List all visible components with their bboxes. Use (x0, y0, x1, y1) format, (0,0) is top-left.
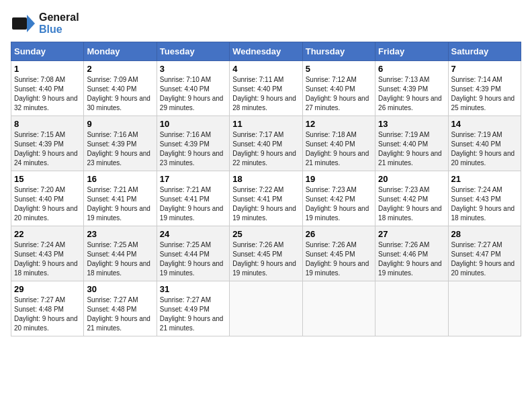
day-info: Sunrise: 7:27 AMSunset: 4:48 PMDaylight:… (87, 296, 150, 332)
day-number: 3 (160, 64, 226, 74)
day-number: 29 (14, 284, 81, 294)
dow-header: Tuesday (157, 42, 229, 61)
calendar-cell: 9Sunrise: 7:16 AMSunset: 4:39 PMDaylight… (84, 116, 157, 171)
day-info: Sunrise: 7:16 AMSunset: 4:39 PMDaylight:… (87, 131, 150, 167)
day-number: 30 (87, 284, 153, 294)
calendar-cell: 10Sunrise: 7:16 AMSunset: 4:39 PMDayligh… (157, 116, 229, 171)
day-info: Sunrise: 7:10 AMSunset: 4:40 PMDaylight:… (160, 76, 224, 111)
day-number: 18 (232, 174, 299, 184)
day-info: Sunrise: 7:12 AMSunset: 4:40 PMDaylight:… (306, 76, 369, 111)
day-number: 15 (14, 174, 81, 184)
calendar-cell: 19Sunrise: 7:23 AMSunset: 4:42 PMDayligh… (302, 171, 375, 226)
day-info: Sunrise: 7:23 AMSunset: 4:42 PMDaylight:… (306, 186, 369, 222)
calendar-cell: 20Sunrise: 7:23 AMSunset: 4:42 PMDayligh… (375, 171, 448, 226)
day-info: Sunrise: 7:27 AMSunset: 4:47 PMDaylight:… (451, 241, 515, 277)
day-info: Sunrise: 7:25 AMSunset: 4:44 PMDaylight:… (160, 241, 224, 277)
calendar-cell (230, 281, 302, 336)
calendar-cell: 18Sunrise: 7:22 AMSunset: 4:41 PMDayligh… (230, 171, 302, 226)
day-number: 19 (306, 174, 372, 184)
calendar-cell (375, 281, 448, 336)
logo: General Blue (11, 11, 79, 36)
day-info: Sunrise: 7:13 AMSunset: 4:39 PMDaylight:… (378, 76, 442, 111)
day-number: 23 (87, 229, 153, 239)
calendar-cell: 5Sunrise: 7:12 AMSunset: 4:40 PMDaylight… (302, 61, 375, 116)
calendar-cell (302, 281, 375, 336)
day-number: 20 (378, 174, 445, 184)
day-number: 10 (160, 119, 226, 129)
calendar-cell: 25Sunrise: 7:26 AMSunset: 4:45 PMDayligh… (230, 226, 302, 281)
day-info: Sunrise: 7:16 AMSunset: 4:39 PMDaylight:… (160, 131, 224, 167)
day-number: 24 (160, 229, 226, 239)
calendar-table: SundayMondayTuesdayWednesdayThursdayFrid… (11, 42, 521, 336)
dow-header: Wednesday (230, 42, 302, 61)
calendar-cell: 29Sunrise: 7:27 AMSunset: 4:48 PMDayligh… (11, 281, 84, 336)
day-info: Sunrise: 7:09 AMSunset: 4:40 PMDaylight:… (87, 76, 150, 111)
day-number: 26 (306, 229, 372, 239)
dow-header: Friday (375, 42, 448, 61)
svg-rect-0 (12, 17, 27, 30)
day-number: 28 (451, 229, 518, 239)
day-info: Sunrise: 7:27 AMSunset: 4:49 PMDaylight:… (160, 296, 224, 332)
day-info: Sunrise: 7:11 AMSunset: 4:40 PMDaylight:… (232, 76, 296, 111)
day-number: 9 (87, 119, 153, 129)
dow-header: Saturday (448, 42, 521, 61)
day-info: Sunrise: 7:20 AMSunset: 4:40 PMDaylight:… (14, 186, 78, 222)
day-info: Sunrise: 7:21 AMSunset: 4:41 PMDaylight:… (160, 186, 224, 222)
logo-line1: General (39, 11, 79, 24)
day-number: 27 (378, 229, 445, 239)
calendar-cell: 3Sunrise: 7:10 AMSunset: 4:40 PMDaylight… (157, 61, 229, 116)
day-number: 31 (160, 284, 226, 294)
calendar-cell: 12Sunrise: 7:18 AMSunset: 4:40 PMDayligh… (302, 116, 375, 171)
calendar-cell: 2Sunrise: 7:09 AMSunset: 4:40 PMDaylight… (84, 61, 157, 116)
day-info: Sunrise: 7:26 AMSunset: 4:45 PMDaylight:… (232, 241, 296, 277)
calendar-cell: 15Sunrise: 7:20 AMSunset: 4:40 PMDayligh… (11, 171, 84, 226)
logo-line2: Blue (39, 24, 79, 36)
day-number: 11 (232, 119, 299, 129)
day-info: Sunrise: 7:21 AMSunset: 4:41 PMDaylight:… (87, 186, 150, 222)
calendar-cell: 27Sunrise: 7:26 AMSunset: 4:46 PMDayligh… (375, 226, 448, 281)
day-number: 13 (378, 119, 445, 129)
calendar-cell: 14Sunrise: 7:19 AMSunset: 4:40 PMDayligh… (448, 116, 521, 171)
day-info: Sunrise: 7:22 AMSunset: 4:41 PMDaylight:… (232, 186, 296, 222)
calendar-cell: 1Sunrise: 7:08 AMSunset: 4:40 PMDaylight… (11, 61, 84, 116)
calendar-cell: 8Sunrise: 7:15 AMSunset: 4:39 PMDaylight… (11, 116, 84, 171)
calendar-cell: 22Sunrise: 7:24 AMSunset: 4:43 PMDayligh… (11, 226, 84, 281)
day-info: Sunrise: 7:26 AMSunset: 4:45 PMDaylight:… (306, 241, 369, 277)
dow-header: Monday (84, 42, 157, 61)
header: General Blue (11, 11, 521, 36)
day-number: 21 (451, 174, 518, 184)
day-info: Sunrise: 7:14 AMSunset: 4:39 PMDaylight:… (451, 76, 515, 111)
calendar-cell: 17Sunrise: 7:21 AMSunset: 4:41 PMDayligh… (157, 171, 229, 226)
day-info: Sunrise: 7:15 AMSunset: 4:39 PMDaylight:… (14, 131, 78, 167)
day-info: Sunrise: 7:23 AMSunset: 4:42 PMDaylight:… (378, 186, 442, 222)
calendar-cell: 7Sunrise: 7:14 AMSunset: 4:39 PMDaylight… (448, 61, 521, 116)
calendar-cell: 31Sunrise: 7:27 AMSunset: 4:49 PMDayligh… (157, 281, 229, 336)
dow-header: Sunday (11, 42, 84, 61)
calendar-cell: 13Sunrise: 7:19 AMSunset: 4:40 PMDayligh… (375, 116, 448, 171)
day-number: 12 (306, 119, 372, 129)
calendar-cell: 23Sunrise: 7:25 AMSunset: 4:44 PMDayligh… (84, 226, 157, 281)
calendar-cell: 11Sunrise: 7:17 AMSunset: 4:40 PMDayligh… (230, 116, 302, 171)
calendar-cell: 24Sunrise: 7:25 AMSunset: 4:44 PMDayligh… (157, 226, 229, 281)
day-number: 2 (87, 64, 153, 74)
day-info: Sunrise: 7:19 AMSunset: 4:40 PMDaylight:… (451, 131, 515, 167)
day-number: 17 (160, 174, 226, 184)
day-info: Sunrise: 7:24 AMSunset: 4:43 PMDaylight:… (14, 241, 78, 277)
day-number: 5 (306, 64, 372, 74)
day-info: Sunrise: 7:26 AMSunset: 4:46 PMDaylight:… (378, 241, 442, 277)
dow-header: Thursday (302, 42, 375, 61)
day-info: Sunrise: 7:25 AMSunset: 4:44 PMDaylight:… (87, 241, 150, 277)
calendar-cell: 21Sunrise: 7:24 AMSunset: 4:43 PMDayligh… (448, 171, 521, 226)
day-number: 7 (451, 64, 518, 74)
day-info: Sunrise: 7:08 AMSunset: 4:40 PMDaylight:… (14, 76, 78, 111)
day-info: Sunrise: 7:17 AMSunset: 4:40 PMDaylight:… (232, 131, 296, 167)
day-info: Sunrise: 7:19 AMSunset: 4:40 PMDaylight:… (378, 131, 442, 167)
svg-marker-1 (27, 15, 35, 32)
day-info: Sunrise: 7:27 AMSunset: 4:48 PMDaylight:… (14, 296, 78, 332)
calendar-cell: 30Sunrise: 7:27 AMSunset: 4:48 PMDayligh… (84, 281, 157, 336)
day-number: 6 (378, 64, 445, 74)
calendar-cell: 4Sunrise: 7:11 AMSunset: 4:40 PMDaylight… (230, 61, 302, 116)
day-info: Sunrise: 7:24 AMSunset: 4:43 PMDaylight:… (451, 186, 515, 222)
calendar-cell: 6Sunrise: 7:13 AMSunset: 4:39 PMDaylight… (375, 61, 448, 116)
calendar-cell (448, 281, 521, 336)
